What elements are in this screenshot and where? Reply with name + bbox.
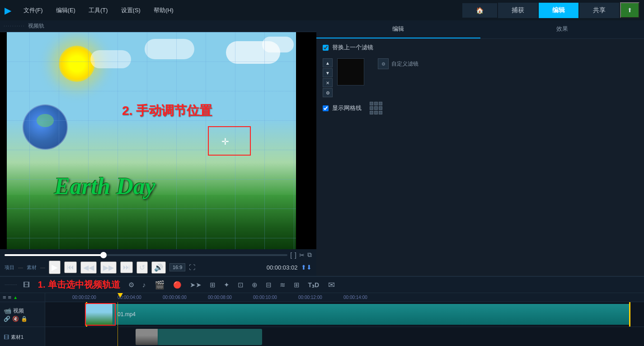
- clip-thumbnail: [86, 304, 113, 325]
- tool-overlay-icon[interactable]: ⊕: [249, 280, 260, 290]
- repeat-button[interactable]: ↺: [136, 261, 148, 274]
- upload-button[interactable]: ⬆: [620, 2, 639, 18]
- main-content: ·········· 视频轨 Earth Day 2. 手动调节位置 ✛: [0, 20, 644, 276]
- ruler-left-controls: ≡ ≡ ▲: [0, 293, 45, 302]
- tab-home[interactable]: 🏠: [462, 3, 497, 18]
- menu-settings[interactable]: 设置(S): [116, 4, 146, 17]
- track-lock-icon[interactable]: 🔒: [21, 316, 28, 322]
- project-label: 项目: [5, 264, 14, 271]
- filter-icon[interactable]: ⚙: [378, 58, 389, 69]
- show-grid-label: 显示网格线: [332, 104, 362, 112]
- video-track-content[interactable]: 01.mp4: [45, 302, 644, 327]
- video-track-header: 📹 视频: [4, 307, 41, 315]
- tool-mail-icon[interactable]: ✉: [325, 279, 338, 291]
- ruler-time-4: 00:00:08:00: [208, 295, 232, 300]
- menu-help[interactable]: 帮助(H): [148, 4, 179, 17]
- track-link-icon[interactable]: 🔗: [4, 316, 10, 322]
- sub-track-name: 素材1: [11, 334, 24, 341]
- video-track-name: 视频: [13, 307, 24, 315]
- volume-button[interactable]: 🔊: [151, 261, 166, 274]
- tab-edit[interactable]: 编辑: [539, 3, 578, 18]
- bracket-start-icon[interactable]: [: [290, 251, 292, 259]
- expand-icon[interactable]: ⛶: [189, 264, 195, 271]
- filter-controls: ▲ ▼ ✕ ⚙ ⚙ 自定义滤镜: [316, 56, 644, 100]
- ruler-expand-icon[interactable]: ≡: [3, 294, 6, 301]
- filter-options-button[interactable]: ⚙: [323, 88, 333, 97]
- tab-edit-panel[interactable]: 编辑: [316, 20, 480, 38]
- tab-effects-panel[interactable]: 效果: [480, 20, 644, 38]
- replace-filter-checkbox[interactable]: [323, 45, 329, 51]
- grid-icon[interactable]: [370, 102, 382, 114]
- filter-remove-button[interactable]: ✕: [323, 78, 333, 87]
- tool-motion-icon[interactable]: ≋: [277, 280, 288, 290]
- menubar: ▶ 文件(F) 编辑(E) 工具(T) 设置(S) 帮助(H) 🏠 捕获 编辑 …: [0, 0, 644, 20]
- tab-share[interactable]: 共享: [579, 3, 619, 18]
- panel-tabs: 编辑 效果: [316, 20, 644, 39]
- filter-down-button[interactable]: ▼: [323, 68, 333, 77]
- clip-border-right: [629, 302, 630, 327]
- grid-cell-1: [370, 102, 373, 105]
- properties-panel: 编辑 效果 替换上一个滤镜 ▲ ▼ ✕ ⚙ ⚙ 自定义滤镜: [316, 20, 644, 276]
- custom-filter-label[interactable]: 自定义滤镜: [391, 60, 418, 68]
- filter-preview-box: [337, 58, 364, 85]
- ruler-time-3: 00:00:06:00: [163, 295, 187, 300]
- sub-track-icon: 🎞: [4, 334, 9, 341]
- grid-cell-8: [374, 111, 378, 114]
- tool-mosaic-icon[interactable]: ⊡: [235, 280, 246, 290]
- timecode-display: 00:00:03:02 ⬆⬇: [267, 264, 312, 271]
- copy-icon[interactable]: ⧉: [307, 251, 312, 259]
- tool-speed-icon[interactable]: ➤➤: [188, 280, 204, 290]
- tab-capture[interactable]: 捕获: [498, 3, 538, 18]
- video-track-controls: 🔗 🔇 🔒: [4, 316, 41, 322]
- timeline-ruler: ≡ ≡ ▲ 00:00:02:00 00:00:04:00 00:00:06:0…: [0, 293, 644, 302]
- cut-icon[interactable]: ✂: [299, 251, 305, 259]
- tool-fx-icon[interactable]: ⚙: [126, 280, 136, 290]
- sub-track-content[interactable]: [45, 327, 644, 346]
- app-logo[interactable]: ▶: [5, 5, 11, 16]
- sub-track-label: 🎞 素材1: [0, 327, 45, 346]
- tool-split-icon[interactable]: ⊟: [263, 280, 274, 290]
- progress-bar[interactable]: [5, 254, 287, 256]
- filter-dropdown-container: ⚙ 自定义滤镜: [378, 58, 418, 69]
- ruler-time-7: 00:00:14:00: [343, 295, 367, 300]
- sub-track-header: 🎞 素材1: [4, 334, 41, 341]
- aspect-ratio-badge[interactable]: 16:9: [169, 263, 185, 271]
- video-track-row: 📹 视频 🔗 🔇 🔒 01.mp4: [0, 302, 644, 327]
- cloud-4: [145, 39, 194, 59]
- play-button[interactable]: ▶: [49, 261, 61, 274]
- timeline-section: ·········· 🎞 1. 单击选中视频轨道 ⚙ ♪ 🎬 🔴 ➤➤ ⊞ ✦ …: [0, 276, 644, 346]
- skip-end-button[interactable]: ⏭: [120, 261, 133, 273]
- video-preview[interactable]: Earth Day 2. 手动调节位置 ✛: [0, 32, 316, 249]
- clip-filename: 01.mp4: [113, 311, 136, 318]
- replace-filter-label: 替换上一个滤镜: [332, 43, 373, 52]
- tool-sticker-icon[interactable]: ✦: [221, 280, 232, 290]
- progress-thumb[interactable]: [100, 252, 107, 258]
- filter-up-button[interactable]: ▲: [323, 58, 333, 67]
- tool-video-icon[interactable]: 🎬: [152, 279, 167, 291]
- step-forward-button[interactable]: ▶▶: [100, 261, 117, 274]
- timecode-arrows[interactable]: ⬆⬇: [301, 264, 312, 271]
- grid-cell-9: [379, 111, 382, 114]
- tool-multi-icon[interactable]: ⊞: [207, 280, 218, 290]
- video-earth-globe: [23, 104, 68, 150]
- menu-tools[interactable]: 工具(T): [83, 4, 113, 17]
- ruler-collapse-icon[interactable]: ≡: [8, 294, 12, 301]
- sub-track-clip[interactable]: [136, 329, 262, 345]
- menu-edit[interactable]: 编辑(E): [51, 4, 81, 17]
- grid-cell-6: [379, 106, 382, 110]
- grass-layer: [0, 195, 316, 249]
- show-grid-checkbox[interactable]: [323, 105, 329, 111]
- step-back-button[interactable]: ◀◀: [80, 261, 97, 274]
- menu-file[interactable]: 文件(F): [18, 4, 48, 17]
- tool-zoom-icon[interactable]: ⊞: [291, 280, 302, 290]
- skip-start-button[interactable]: ⏮: [64, 261, 77, 273]
- tool-film-icon[interactable]: 🎞: [21, 280, 32, 290]
- video-clip[interactable]: 01.mp4: [86, 304, 630, 325]
- video-track-label: 视频轨: [28, 22, 44, 30]
- bracket-end-icon[interactable]: ]: [295, 251, 296, 259]
- tool-audio-icon[interactable]: ♪: [140, 280, 148, 290]
- track-mute-icon[interactable]: 🔇: [12, 316, 19, 322]
- tool-3d-text[interactable]: T₃D: [306, 280, 322, 290]
- drag-handle: ··········: [4, 24, 25, 28]
- tool-color-icon[interactable]: 🔴: [171, 280, 184, 290]
